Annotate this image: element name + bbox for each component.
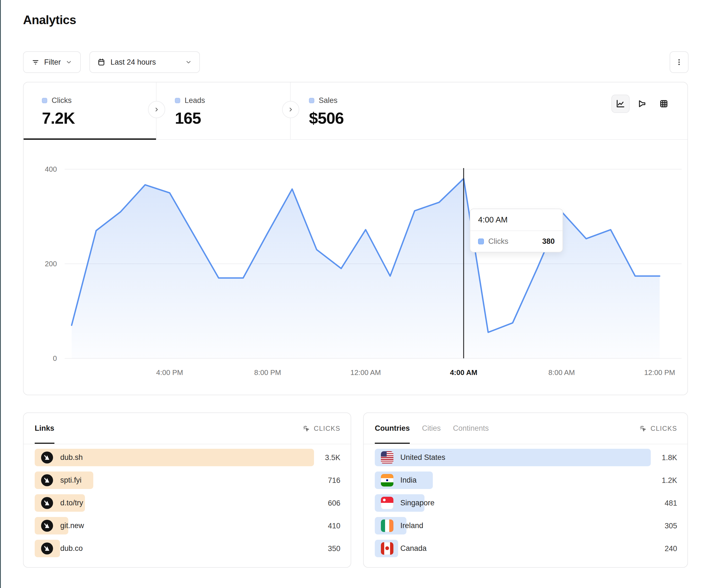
clicks-legend-chip — [42, 98, 47, 103]
stat-label: Leads — [185, 96, 205, 105]
date-range-button[interactable]: Last 24 hours — [89, 51, 200, 73]
link-row[interactable]: d.to/try606 — [35, 494, 340, 512]
chevron-down-icon — [65, 59, 72, 66]
row-value: 3.5K — [325, 453, 340, 462]
stat-label: Clicks — [52, 96, 72, 105]
cursor-click-icon — [639, 424, 647, 433]
flag-ie-icon — [381, 520, 393, 532]
row-label: India — [400, 476, 417, 484]
dub-logo-icon — [41, 474, 53, 487]
row-label: spti.fyi — [60, 476, 82, 484]
tab-continents[interactable]: Continents — [453, 413, 489, 444]
link-row[interactable]: dub.sh3.5K — [35, 449, 340, 466]
link-row[interactable]: dub.co350 — [35, 540, 340, 557]
table-icon — [659, 99, 669, 109]
row-meta: git.new — [35, 517, 84, 535]
svg-text:8:00 PM: 8:00 PM — [254, 368, 281, 377]
link-row[interactable]: git.new410 — [35, 517, 340, 535]
svg-text:0: 0 — [53, 354, 57, 362]
calendar-icon — [97, 58, 106, 66]
flag-us-icon — [381, 451, 393, 464]
row-value: 481 — [665, 499, 677, 507]
row-label: dub.sh — [60, 453, 83, 462]
row-meta: Canada — [375, 540, 427, 557]
row-meta: d.to/try — [35, 494, 83, 512]
links-panel-header: Links CLICKS — [24, 413, 351, 444]
more-options-button[interactable] — [670, 51, 689, 73]
row-value: 240 — [665, 544, 677, 553]
window-edge-strip — [0, 0, 1, 588]
stat-value: 165 — [175, 109, 290, 127]
links-list: dub.sh3.5Kspti.fyi716d.to/try606git.new4… — [24, 444, 351, 557]
stat-tab-clicks[interactable]: Clicks 7.2K — [24, 82, 156, 139]
stats-scroll-button[interactable] — [148, 101, 165, 118]
line-chart-icon — [616, 99, 625, 109]
funnel-chart-view-button[interactable] — [633, 95, 651, 113]
stat-label: Sales — [319, 96, 338, 105]
tooltip-series-label: Clicks — [488, 237, 508, 246]
filter-button[interactable]: Filter — [23, 51, 81, 73]
countries-list: United States1.8KIndia1.2KSingapore481Ir… — [364, 444, 687, 557]
country-row[interactable]: United States1.8K — [375, 449, 677, 466]
analytics-card: Clicks 7.2K Leads 165 Sales $506 — [23, 82, 688, 395]
sales-legend-chip — [309, 98, 314, 103]
country-row[interactable]: India1.2K — [375, 472, 677, 489]
svg-text:8:00 AM: 8:00 AM — [548, 368, 575, 377]
tab-links[interactable]: Links — [35, 413, 55, 444]
row-label: d.to/try — [60, 499, 83, 507]
stats-tabs: Clicks 7.2K Leads 165 Sales $506 — [24, 82, 687, 140]
row-meta: dub.co — [35, 540, 83, 557]
countries-panel-header: Countries Cities Continents CLICKS — [364, 413, 687, 444]
row-value: 716 — [328, 476, 340, 484]
row-label: United States — [400, 453, 445, 462]
svg-text:12:00 AM: 12:00 AM — [350, 368, 381, 377]
row-value: 606 — [328, 499, 340, 507]
kebab-menu-icon — [675, 58, 683, 66]
row-meta: United States — [375, 449, 445, 466]
link-row[interactable]: spti.fyi716 — [35, 472, 340, 489]
page-title: Analytics — [23, 13, 76, 27]
tooltip-value: 380 — [542, 237, 555, 246]
country-row[interactable]: Canada240 — [375, 540, 677, 557]
row-value: 305 — [665, 521, 677, 530]
row-value: 1.2K — [662, 476, 677, 484]
row-value: 410 — [328, 521, 340, 530]
row-label: Canada — [400, 544, 427, 553]
dub-logo-icon — [41, 542, 53, 555]
dub-logo-icon — [41, 451, 53, 464]
chevron-down-icon — [185, 59, 192, 66]
flag-sg-icon — [381, 497, 393, 509]
row-label: Singapore — [400, 499, 434, 507]
flag-in-icon — [381, 474, 393, 487]
svg-text:12:00 PM: 12:00 PM — [644, 368, 675, 377]
row-meta: Singapore — [375, 494, 434, 512]
clicks-legend-chip — [478, 239, 484, 244]
row-value: 350 — [328, 544, 340, 553]
dub-logo-icon — [41, 497, 53, 509]
links-metric[interactable]: CLICKS — [302, 424, 340, 433]
filter-lines-icon — [31, 58, 40, 66]
line-chart-view-button[interactable] — [611, 95, 630, 113]
table-view-button[interactable] — [655, 95, 673, 113]
countries-metric[interactable]: CLICKS — [639, 424, 677, 433]
row-meta: spti.fyi — [35, 472, 82, 489]
row-label: git.new — [60, 521, 84, 530]
country-row[interactable]: Ireland305 — [375, 517, 677, 535]
row-value: 1.8K — [662, 453, 677, 462]
funnel-chart-icon — [637, 99, 647, 109]
stats-scroll-button[interactable] — [282, 101, 299, 118]
filter-button-label: Filter — [44, 58, 61, 67]
clicks-area-chart[interactable]: 02004004:00 PM8:00 PM12:00 AM4:00 AM8:00… — [24, 155, 687, 395]
tab-cities[interactable]: Cities — [422, 413, 441, 444]
chevron-right-icon — [287, 106, 294, 113]
country-row[interactable]: Singapore481 — [375, 494, 677, 512]
row-meta: Ireland — [375, 517, 423, 535]
tab-countries[interactable]: Countries — [375, 413, 410, 444]
flag-ca-icon — [381, 542, 393, 555]
tooltip-time: 4:00 AM — [470, 209, 562, 231]
date-range-label: Last 24 hours — [110, 58, 156, 67]
leads-legend-chip — [175, 98, 180, 103]
row-label: dub.co — [60, 544, 83, 553]
countries-panel: Countries Cities Continents CLICKS Unite… — [363, 412, 688, 568]
stat-tab-leads[interactable]: Leads 165 — [156, 82, 291, 139]
